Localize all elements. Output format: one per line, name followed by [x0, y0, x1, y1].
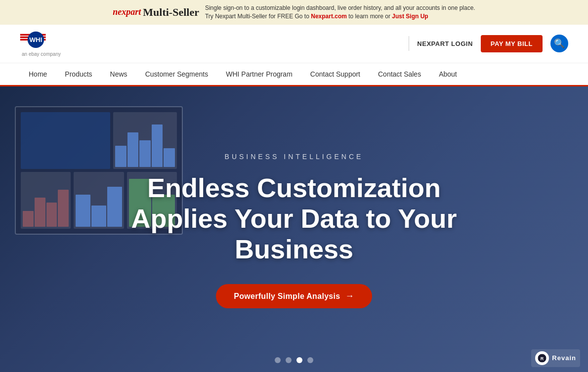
- hero-dot-3[interactable]: [296, 357, 302, 363]
- revain-badge: R Revain: [531, 349, 580, 367]
- hero-dot-4[interactable]: [307, 357, 313, 363]
- nav-bar: Home Products News Customer Segments WHI…: [0, 63, 588, 86]
- banner-logo: nexpart Multi-Seller: [113, 6, 199, 19]
- hero-cta-label: Powerfully Simple Analysis: [234, 292, 340, 301]
- revain-icon: R: [535, 351, 549, 365]
- revain-label: Revain: [552, 354, 576, 362]
- banner-line2-post: to learn more or: [348, 13, 390, 20]
- hero-content: BUSINESS INTELLIGENCE Endless Customizat…: [0, 86, 588, 372]
- signup-link[interactable]: Just Sign Up: [392, 13, 428, 20]
- pay-bill-button[interactable]: PAY MY BILL: [481, 35, 543, 52]
- hero-cta-arrow-icon: →: [345, 291, 354, 301]
- svg-text:WHI: WHI: [30, 36, 42, 43]
- hero-dot-2[interactable]: [286, 357, 292, 363]
- svg-text:R: R: [541, 356, 544, 361]
- search-icon: 🔍: [554, 38, 565, 49]
- nav-item-news[interactable]: News: [101, 63, 136, 85]
- hero-dots: [275, 357, 313, 363]
- whi-logo-icon: WHI: [20, 31, 49, 50]
- hero-cta-button[interactable]: Powerfully Simple Analysis →: [216, 284, 372, 308]
- banner-line1: Single sign-on to a customizable login d…: [205, 4, 475, 11]
- logo-main: WHI: [20, 31, 49, 50]
- revain-logo-icon: R: [537, 353, 547, 363]
- hero-section: BUSINESS INTELLIGENCE Endless Customizat…: [0, 86, 588, 372]
- top-banner: nexpart Multi-Seller Single sign-on to a…: [0, 0, 588, 25]
- nav-item-contact-sales[interactable]: Contact Sales: [369, 63, 430, 85]
- nav-item-about[interactable]: About: [430, 63, 466, 85]
- hero-dot-1[interactable]: [275, 357, 281, 363]
- nexpart-logo-text: nexpart: [113, 7, 141, 17]
- nav-item-products[interactable]: Products: [56, 63, 101, 85]
- nav-item-whi-partner-program[interactable]: WHI Partner Program: [217, 63, 301, 85]
- ebay-sub-text: an ebay company: [22, 51, 61, 57]
- nav-item-home[interactable]: Home: [20, 63, 56, 85]
- nexpart-link[interactable]: Nexpart.com: [311, 13, 347, 20]
- logo-area: WHI an ebay company: [20, 31, 61, 57]
- nav-item-customer-segments[interactable]: Customer Segments: [136, 63, 217, 85]
- banner-line2-pre: Try Nexpart Multi-Seller for FREE Go to: [205, 13, 309, 20]
- header: WHI an ebay company NEXPART LOGIN PAY MY…: [0, 25, 588, 63]
- search-button[interactable]: 🔍: [550, 35, 568, 52]
- header-right: NEXPART LOGIN PAY MY BILL 🔍: [409, 35, 568, 52]
- multiseller-logo-text: Multi-Seller: [143, 6, 199, 19]
- banner-description: Single sign-on to a customizable login d…: [205, 4, 475, 21]
- hero-subtitle: BUSINESS INTELLIGENCE: [225, 153, 364, 161]
- nav-item-contact-support[interactable]: Contact Support: [301, 63, 369, 85]
- header-divider: [409, 36, 409, 51]
- hero-title: Endless Customization Applies Your Data …: [101, 172, 487, 264]
- nexpart-login-button[interactable]: NEXPART LOGIN: [417, 40, 472, 47]
